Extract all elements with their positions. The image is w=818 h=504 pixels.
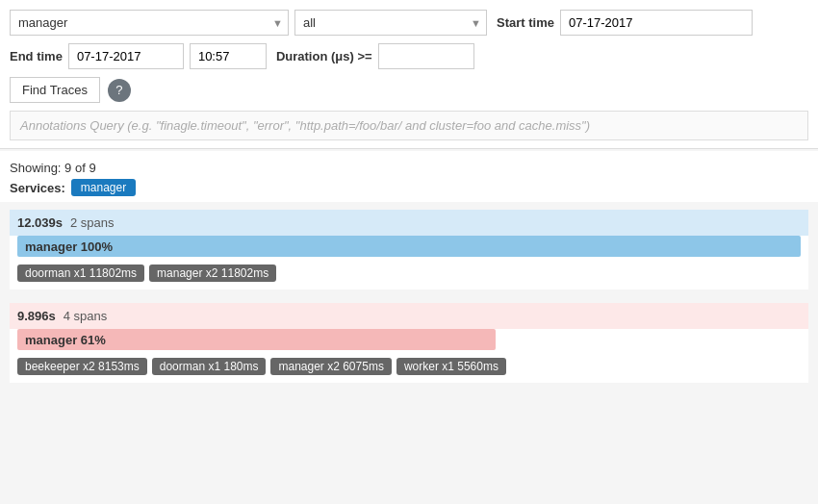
span-select-wrapper[interactable]: all ▼	[294, 10, 487, 36]
service-select[interactable]: manager all	[10, 10, 289, 36]
trace-bar-row: manager 61%	[10, 329, 808, 354]
annotations-query-input[interactable]: Annotations Query (e.g. "finagle.timeout…	[10, 111, 808, 140]
services-label: Services:	[10, 181, 65, 195]
trace-bar: manager 100%	[17, 236, 801, 257]
trace-card[interactable]: 12.039s 2 spans manager 100% doorman x1 …	[10, 210, 808, 290]
filter-row-2: End time Duration (μs) >=	[10, 43, 808, 69]
duration-input[interactable]	[378, 43, 474, 69]
trace-duration: 9.896s	[17, 309, 56, 323]
trace-tag[interactable]: manager x2 11802ms	[149, 265, 276, 282]
trace-bar-label: manager 61%	[25, 333, 106, 347]
services-row: Services: manager	[10, 179, 808, 196]
trace-bar-label: manager 100%	[25, 239, 113, 254]
find-traces-button[interactable]: Find Traces	[10, 77, 100, 103]
start-time-label: Start time	[497, 15, 554, 30]
span-select[interactable]: all	[294, 10, 487, 36]
end-time-group: End time	[10, 43, 184, 69]
end-time-input[interactable]	[68, 43, 184, 69]
trace-tag[interactable]: beekeeper x2 8153ms	[17, 358, 147, 375]
top-bar: manager all ▼ all ▼ Start time End time …	[0, 0, 818, 149]
trace-tags: doorman x1 11802ms manager x2 11802ms	[10, 261, 808, 290]
trace-header: 9.896s 4 spans	[10, 303, 808, 329]
trace-spans: 2 spans	[70, 215, 115, 230]
results-section: Showing: 9 of 9 Services: manager	[0, 151, 818, 202]
trace-card[interactable]: 9.896s 4 spans manager 61% beekeeper x2 …	[10, 303, 808, 383]
time-input[interactable]	[190, 43, 267, 69]
help-button[interactable]: ?	[108, 79, 131, 102]
filter-row-1: manager all ▼ all ▼ Start time	[10, 10, 808, 36]
start-time-input[interactable]	[560, 10, 753, 36]
trace-tags: beekeeper x2 8153ms doorman x1 180ms man…	[10, 354, 808, 383]
trace-spans: 4 spans	[64, 309, 108, 323]
end-time-label: End time	[10, 49, 63, 63]
trace-bar-row: manager 100%	[10, 236, 808, 261]
trace-tag[interactable]: doorman x1 180ms	[152, 358, 267, 375]
trace-tag[interactable]: worker x1 5560ms	[396, 358, 506, 375]
start-time-group: Start time	[497, 10, 753, 36]
trace-bar: manager 61%	[17, 329, 496, 350]
trace-tag[interactable]: manager x2 6075ms	[270, 358, 391, 375]
service-select-wrapper[interactable]: manager all ▼	[10, 10, 289, 36]
traces-container: 12.039s 2 spans manager 100% doorman x1 …	[0, 210, 818, 392]
trace-tag[interactable]: doorman x1 11802ms	[17, 265, 144, 282]
trace-header: 12.039s 2 spans	[10, 210, 808, 236]
duration-label: Duration (μs) >=	[276, 49, 372, 63]
duration-group: Duration (μs) >=	[276, 43, 474, 69]
filter-row-3: Find Traces ?	[10, 77, 808, 103]
service-badge[interactable]: manager	[71, 179, 136, 196]
trace-duration: 12.039s	[17, 215, 63, 230]
annotations-placeholder: Annotations Query (e.g. "finagle.timeout…	[20, 118, 590, 133]
showing-count: Showing: 9 of 9	[10, 161, 808, 175]
